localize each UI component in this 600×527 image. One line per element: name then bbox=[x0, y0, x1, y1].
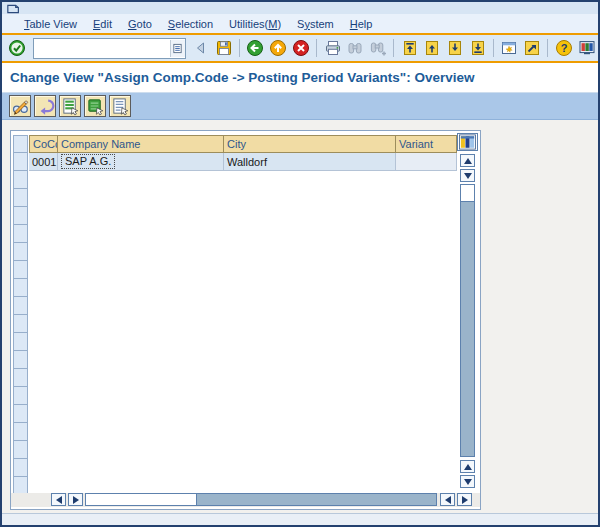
row-selector[interactable] bbox=[13, 207, 28, 225]
paste-rows-button[interactable] bbox=[109, 95, 131, 117]
scroll-right-end-button[interactable] bbox=[457, 493, 472, 506]
svg-text:?: ? bbox=[560, 42, 567, 54]
scroll-right-button[interactable] bbox=[68, 493, 83, 506]
menu-system[interactable]: System bbox=[289, 18, 342, 30]
green-box-arrow-icon bbox=[86, 97, 105, 116]
glasses-pencil-icon bbox=[11, 97, 30, 116]
last-page-button[interactable] bbox=[467, 38, 488, 59]
row-selector[interactable] bbox=[13, 261, 28, 279]
left-triangle-icon bbox=[56, 496, 62, 504]
row-selector[interactable] bbox=[13, 459, 28, 477]
row-selector[interactable] bbox=[13, 387, 28, 405]
scroll-up-button[interactable] bbox=[460, 154, 475, 167]
row-selector[interactable] bbox=[13, 135, 28, 153]
application-toolbar bbox=[2, 93, 598, 120]
find-next-button bbox=[368, 38, 389, 59]
row-selector[interactable] bbox=[13, 297, 28, 315]
row-selector[interactable] bbox=[13, 243, 28, 261]
table-settings-button[interactable] bbox=[457, 133, 478, 151]
row-selector[interactable] bbox=[13, 189, 28, 207]
status-bar bbox=[2, 513, 598, 527]
menu-help[interactable]: Help bbox=[342, 18, 381, 30]
command-collapse-button[interactable] bbox=[191, 38, 212, 59]
left-triangle-icon bbox=[445, 496, 451, 504]
menu-table-view[interactable]: Table View bbox=[16, 18, 85, 30]
scroll-down-button[interactable] bbox=[460, 169, 475, 182]
row-selector[interactable] bbox=[13, 153, 28, 171]
vertical-scrollbar-track[interactable] bbox=[460, 184, 475, 457]
previous-page-button[interactable] bbox=[422, 38, 443, 59]
scroll-up-bottom-button[interactable] bbox=[460, 460, 475, 473]
exit-button[interactable] bbox=[268, 38, 289, 59]
command-field-wrapper bbox=[33, 38, 186, 59]
copy-as-button[interactable] bbox=[84, 95, 106, 117]
last-page-icon bbox=[469, 39, 487, 57]
row-selector[interactable] bbox=[13, 315, 28, 333]
cancel-button[interactable] bbox=[291, 38, 312, 59]
down-triangle-icon bbox=[464, 173, 472, 179]
next-page-button[interactable] bbox=[445, 38, 466, 59]
exit-arrow-icon bbox=[269, 39, 287, 57]
scroll-left-button[interactable] bbox=[51, 493, 66, 506]
find-button bbox=[345, 38, 366, 59]
undo-arrow-icon bbox=[36, 97, 55, 116]
menu-selection[interactable]: Selection bbox=[160, 18, 221, 30]
cell-variant[interactable] bbox=[396, 153, 457, 171]
next-page-icon bbox=[446, 39, 464, 57]
row-selector[interactable] bbox=[13, 333, 28, 351]
table-control: CoCdCompany NameCityVariant 0001SAP A.G.… bbox=[10, 130, 481, 510]
window-titlebar bbox=[2, 2, 598, 14]
column-header-city[interactable]: City bbox=[224, 135, 396, 153]
create-shortcut-button[interactable] bbox=[522, 38, 543, 59]
toolbar-separator bbox=[393, 39, 394, 57]
command-field-input[interactable] bbox=[34, 41, 170, 56]
column-header-company_name[interactable]: Company Name bbox=[58, 135, 224, 153]
toolbar-separator bbox=[493, 39, 494, 57]
row-selector[interactable] bbox=[13, 225, 28, 243]
horizontal-scrollbar-track[interactable] bbox=[85, 493, 437, 506]
first-page-button[interactable] bbox=[399, 38, 420, 59]
cell-company_name[interactable]: SAP A.G. bbox=[58, 153, 224, 171]
menu-goto[interactable]: Goto bbox=[120, 18, 160, 30]
list-pencil-icon bbox=[61, 97, 80, 116]
command-field-dropdown[interactable] bbox=[170, 40, 185, 57]
system-menu-icon[interactable] bbox=[6, 3, 22, 14]
new-session-button[interactable] bbox=[499, 38, 520, 59]
horizontal-scrollbar-thumb[interactable] bbox=[86, 494, 197, 505]
row-selector[interactable] bbox=[13, 423, 28, 441]
row-selector[interactable] bbox=[13, 441, 28, 459]
row-selector[interactable] bbox=[13, 351, 28, 369]
cell-cocd[interactable]: 0001 bbox=[29, 153, 58, 171]
print-button[interactable] bbox=[322, 38, 343, 59]
save-floppy-icon bbox=[215, 39, 233, 57]
sap-window: Table ViewEditGotoSelectionUtilities(M)S… bbox=[0, 0, 600, 527]
toolbar-separator bbox=[316, 39, 317, 57]
cell-city[interactable]: Walldorf bbox=[224, 153, 396, 171]
save-button[interactable] bbox=[213, 38, 234, 59]
vertical-scrollbar-thumb[interactable] bbox=[461, 185, 474, 202]
help-button[interactable]: ? bbox=[553, 38, 574, 59]
help-icon: ? bbox=[555, 39, 573, 57]
back-button[interactable] bbox=[245, 38, 266, 59]
column-header-cocd[interactable]: CoCd bbox=[29, 135, 58, 153]
display-change-button[interactable] bbox=[9, 95, 31, 117]
scroll-down-bottom-button[interactable] bbox=[460, 475, 475, 488]
scroll-left-end-button[interactable] bbox=[440, 493, 455, 506]
enter-button[interactable] bbox=[7, 38, 28, 59]
up-triangle-icon bbox=[464, 464, 472, 470]
first-page-icon bbox=[401, 39, 419, 57]
menu-utilities-m[interactable]: Utilities(M) bbox=[221, 18, 289, 30]
row-selector[interactable] bbox=[13, 171, 28, 189]
row-selector[interactable] bbox=[13, 369, 28, 387]
row-selector[interactable] bbox=[13, 405, 28, 423]
standard-toolbar: ? bbox=[2, 35, 598, 61]
change-field-contents-button[interactable] bbox=[59, 95, 81, 117]
row-selector[interactable] bbox=[13, 279, 28, 297]
find-next-icon bbox=[369, 39, 387, 57]
customize-layout-button[interactable] bbox=[576, 38, 597, 59]
menu-bar: Table ViewEditGotoSelectionUtilities(M)S… bbox=[2, 14, 598, 33]
cancel-x-icon bbox=[292, 39, 310, 57]
column-header-variant[interactable]: Variant bbox=[396, 135, 457, 153]
undo-button[interactable] bbox=[34, 95, 56, 117]
menu-edit[interactable]: Edit bbox=[85, 18, 120, 30]
